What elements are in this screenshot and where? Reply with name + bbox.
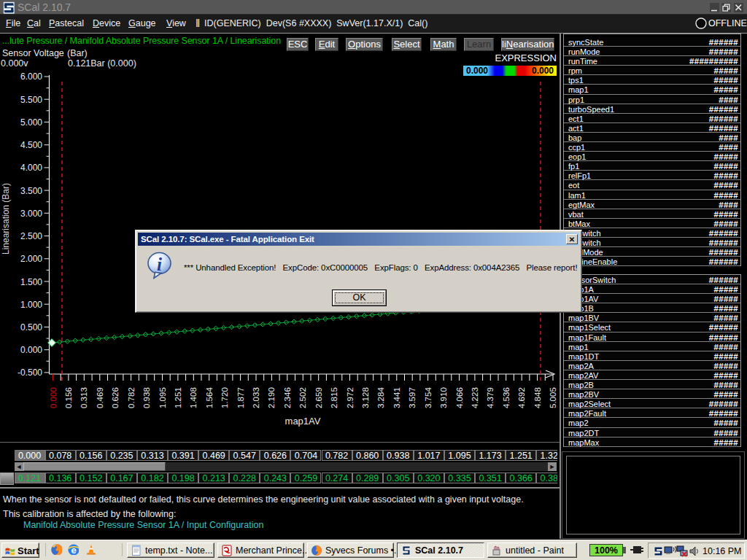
svg-text:i: i <box>157 254 162 274</box>
svg-text:e: e <box>71 545 76 556</box>
